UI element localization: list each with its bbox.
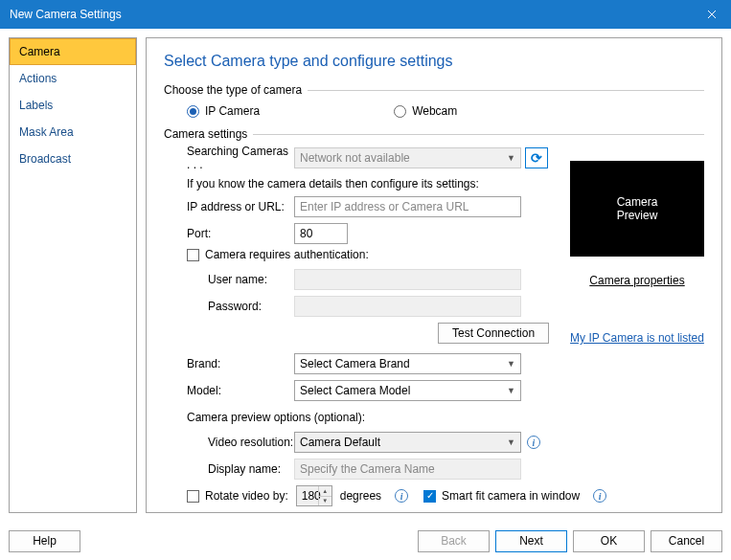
group-legend-settings: Camera settings [164,127,253,141]
main-panel: Select Camera type and configure setting… [146,37,722,513]
smartfit-checkbox[interactable]: ✓ Smart fit camera in window [423,489,580,503]
username-input[interactable] [294,269,521,290]
next-button[interactable]: Next [495,530,567,552]
radio-icon-checked [187,105,199,118]
checkbox-icon-unchecked [187,249,199,261]
checkbox-icon-unchecked [187,490,199,503]
password-label: Password: [164,300,294,313]
chevron-down-icon: ▼ [507,153,515,163]
display-name-input[interactable] [294,459,521,480]
display-name-label: Display name: [164,462,294,476]
camera-preview-box: Camera Preview [570,161,704,257]
auth-label: Camera requires authentication: [205,248,369,261]
titlebar[interactable]: New Camera Settings [0,0,731,29]
test-connection-button[interactable]: Test Connection [438,323,549,344]
refresh-icon: ⟳ [531,150,542,166]
preview-opts-label: Camera preview options (optional): [187,411,365,424]
sidebar-item-labels[interactable]: Labels [10,92,136,119]
radio-ip-camera-label: IP Camera [205,104,260,118]
chevron-down-icon: ▼ [507,437,515,447]
port-label: Port: [164,227,294,240]
window-title: New Camera Settings [10,8,122,21]
footer: Help Back Next OK Cancel [0,522,731,560]
auth-checkbox[interactable]: Camera requires authentication: [187,248,369,261]
rotate-label: Rotate video by: [205,489,288,503]
info-icon[interactable]: i [527,436,540,449]
spinner-down-icon: ▼ [318,497,331,506]
ip-label: IP address or URL: [164,200,294,213]
refresh-button[interactable]: ⟳ [525,147,548,168]
back-button[interactable]: Back [418,530,490,552]
rotate-checkbox[interactable]: Rotate video by: [187,489,288,503]
chevron-down-icon: ▼ [507,386,515,395]
close-button[interactable] [693,0,731,29]
preview-pane: Camera Preview Camera properties My IP C… [570,161,704,345]
username-label: User name: [164,273,294,286]
model-select[interactable]: Select Camera Model ▼ [294,380,521,401]
model-value: Select Camera Model [300,384,410,397]
degrees-label: degrees [340,489,381,503]
sidebar-item-broadcast[interactable]: Broadcast [10,146,136,172]
brand-label: Brand: [164,357,294,370]
camera-properties-link[interactable]: Camera properties [570,274,704,287]
ok-button[interactable]: OK [573,530,645,552]
radio-webcam-label: Webcam [412,104,457,118]
camera-type-group: Choose the type of camera IP Camera Webc… [164,83,704,122]
info-icon[interactable]: i [593,489,606,503]
brand-value: Select Camera Brand [300,357,410,370]
model-label: Model: [164,384,294,397]
resolution-label: Video resolution: [164,436,294,449]
radio-icon-unchecked [394,105,406,118]
info-icon[interactable]: i [395,489,408,503]
help-button[interactable]: Help [9,530,80,552]
camera-not-listed-link[interactable]: My IP Camera is not listed [570,331,704,345]
radio-ip-camera[interactable]: IP Camera [187,104,260,118]
ip-input[interactable] [294,196,521,217]
spinner-up-icon: ▲ [318,486,331,497]
camera-preview-text: Camera Preview [617,195,658,222]
radio-webcam[interactable]: Webcam [394,104,457,118]
network-camera-select[interactable]: Network not available ▼ [294,147,521,168]
spinner-buttons[interactable]: ▲▼ [318,486,331,505]
sidebar-item-camera[interactable]: Camera [10,38,136,65]
content-area: Camera Actions Labels Mask Area Broadcas… [0,29,731,522]
port-input[interactable] [294,223,348,244]
cancel-button[interactable]: Cancel [651,530,722,552]
checkbox-icon-checked: ✓ [423,490,436,503]
rotate-degrees-input[interactable]: 180 ▲▼ [296,485,332,506]
close-icon [707,10,717,19]
sidebar: Camera Actions Labels Mask Area Broadcas… [9,37,137,513]
sidebar-item-mask-area[interactable]: Mask Area [10,119,136,146]
resolution-value: Camera Default [300,436,380,449]
know-hint: If you know the camera details then conf… [164,177,479,190]
brand-select[interactable]: Select Camera Brand ▼ [294,353,521,374]
sidebar-item-actions[interactable]: Actions [10,65,136,92]
resolution-select[interactable]: Camera Default ▼ [294,432,521,453]
password-input[interactable] [294,296,521,317]
smartfit-label: Smart fit camera in window [442,489,580,503]
chevron-down-icon: ▼ [507,359,515,369]
camera-settings-group: Camera settings [164,127,704,135]
searching-label: Searching Cameras . . . [164,145,294,171]
page-title: Select Camera type and configure setting… [164,53,704,70]
group-legend-type: Choose the type of camera [164,83,308,97]
network-camera-value: Network not available [300,151,410,165]
